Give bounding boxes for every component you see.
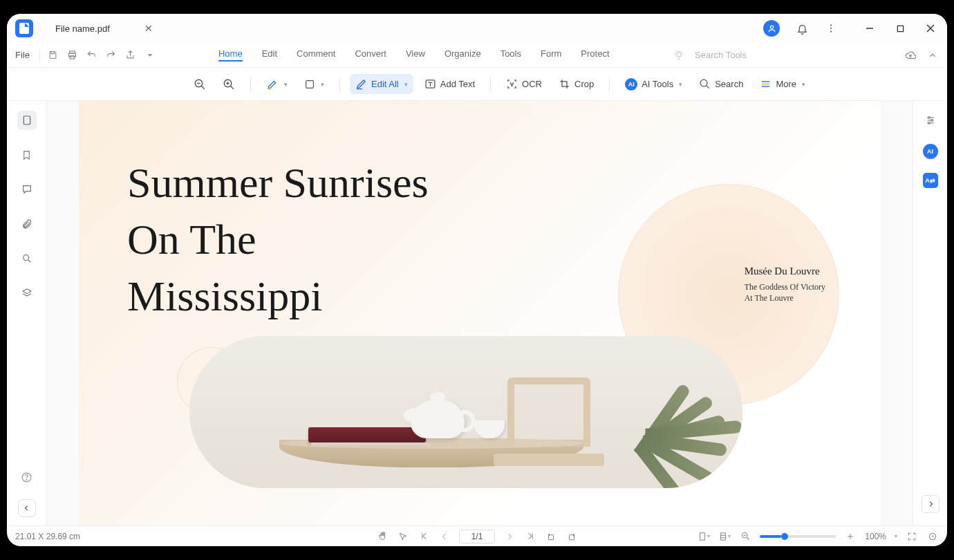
- notifications-bell-icon[interactable]: [795, 21, 809, 35]
- page-layout-icon[interactable]: ▾: [718, 530, 731, 543]
- ai-panel-icon[interactable]: AI: [923, 144, 938, 159]
- thumbnails-panel-icon[interactable]: [17, 111, 37, 130]
- crop-button[interactable]: Crop: [553, 74, 599, 94]
- zoom-out-status-icon[interactable]: [739, 530, 751, 543]
- share-icon[interactable]: [124, 49, 137, 62]
- chevron-down-icon: ▾: [802, 81, 805, 88]
- statusbar: 21.01 X 29.69 cm ▾ ▾ 100% ▾: [7, 525, 947, 546]
- zoom-out-button[interactable]: [188, 74, 212, 95]
- tab-comment[interactable]: Comment: [297, 48, 335, 62]
- window-minimize-button[interactable]: [861, 20, 878, 37]
- ai-badge-icon: AI: [625, 78, 637, 91]
- page-number-input[interactable]: [459, 530, 495, 543]
- translate-panel-icon[interactable]: A⇄: [923, 173, 938, 188]
- right-rail-collapse-button[interactable]: [922, 495, 939, 513]
- tab-convert[interactable]: Convert: [355, 48, 386, 62]
- svg-point-37: [928, 122, 930, 124]
- side-body-2: At The Louvre: [745, 293, 794, 303]
- window-maximize-button[interactable]: [892, 20, 908, 37]
- titlebar: File name.pdf ✕: [7, 14, 947, 43]
- svg-point-35: [928, 117, 930, 119]
- search-label: Search: [715, 79, 743, 89]
- ai-tools-label: AI Tools: [642, 79, 673, 89]
- tab-tools[interactable]: Tools: [501, 48, 521, 62]
- more-label: More: [776, 79, 796, 89]
- rotate-left-icon[interactable]: [545, 530, 557, 543]
- rotate-right-icon[interactable]: [565, 530, 578, 543]
- tab-organize[interactable]: Organize: [445, 48, 481, 62]
- page-fit-icon[interactable]: ▾: [698, 530, 710, 543]
- shape-button[interactable]: ▾: [299, 75, 330, 94]
- zoom-in-button[interactable]: [217, 74, 241, 95]
- next-page-icon[interactable]: [503, 530, 516, 543]
- search-panel-icon[interactable]: [17, 249, 37, 268]
- quickaccess-dropdown-icon[interactable]: [144, 49, 156, 62]
- save-icon[interactable]: [47, 49, 59, 62]
- undo-icon[interactable]: [86, 49, 98, 62]
- document-canvas[interactable]: Summer Sunrises On The Mississippi Musée…: [47, 101, 913, 525]
- kebab-menu-icon[interactable]: [824, 21, 838, 35]
- ai-tools-button[interactable]: AI AI Tools ▾: [619, 74, 688, 95]
- first-page-icon[interactable]: [418, 530, 430, 543]
- add-text-label: Add Text: [440, 79, 475, 89]
- tab-form[interactable]: Form: [541, 48, 561, 62]
- bookmarks-panel-icon[interactable]: [17, 145, 37, 165]
- menu-tabs: Home Edit Comment Convert View Organize …: [218, 48, 610, 62]
- comments-panel-icon[interactable]: [17, 180, 37, 199]
- right-rail: AI A⇄: [913, 101, 947, 525]
- edit-all-button[interactable]: Edit All ▾: [350, 74, 413, 94]
- svg-point-11: [677, 52, 682, 57]
- separator: [609, 77, 610, 92]
- chevron-down-icon: ▾: [679, 81, 682, 88]
- print-icon[interactable]: [66, 49, 79, 62]
- edit-all-label: Edit All: [371, 79, 399, 89]
- svg-point-1: [830, 24, 832, 26]
- more-button[interactable]: More ▾: [754, 74, 811, 94]
- tab-protect[interactable]: Protect: [581, 48, 609, 62]
- highlighter-button[interactable]: ▾: [261, 74, 293, 95]
- layers-panel-icon[interactable]: [17, 283, 37, 303]
- select-tool-icon[interactable]: [397, 530, 409, 543]
- zoom-dropdown-icon[interactable]: ▾: [895, 533, 897, 539]
- attachments-panel-icon[interactable]: [17, 214, 37, 234]
- cloud-upload-icon[interactable]: [904, 49, 917, 62]
- read-mode-icon[interactable]: [926, 530, 939, 543]
- properties-panel-icon[interactable]: [921, 111, 940, 130]
- document-tab[interactable]: File name.pdf ✕: [47, 19, 161, 38]
- lightbulb-icon[interactable]: [673, 49, 685, 62]
- zoom-slider[interactable]: [760, 535, 836, 538]
- tab-home[interactable]: Home: [218, 48, 243, 62]
- prev-page-icon[interactable]: [438, 530, 451, 543]
- svg-point-2: [830, 28, 832, 29]
- last-page-icon[interactable]: [524, 530, 536, 543]
- chevron-down-icon: ▾: [404, 81, 408, 88]
- svg-point-31: [26, 479, 27, 480]
- user-avatar-icon[interactable]: [763, 20, 780, 37]
- left-rail-collapse-button[interactable]: [18, 499, 36, 517]
- window-close-button[interactable]: [922, 20, 939, 37]
- chevron-down-icon: ▾: [284, 81, 288, 88]
- collapse-ribbon-icon[interactable]: [926, 49, 939, 62]
- side-caption: Musée Du Louvre The Goddess Of Victory A…: [745, 265, 825, 304]
- left-rail: [7, 101, 47, 525]
- svg-rect-27: [24, 116, 30, 124]
- crop-label: Crop: [574, 79, 594, 89]
- add-text-button[interactable]: Add Text: [419, 74, 480, 94]
- fullscreen-icon[interactable]: [906, 530, 918, 543]
- ocr-label: OCR: [522, 79, 542, 89]
- search-tools-input[interactable]: Search Tools: [695, 50, 747, 60]
- svg-line-13: [201, 86, 205, 89]
- help-icon[interactable]: [17, 467, 37, 487]
- ocr-button[interactable]: OCR: [501, 74, 548, 94]
- zoom-in-status-icon[interactable]: [844, 530, 857, 543]
- search-button[interactable]: Search: [693, 74, 749, 94]
- chevron-down-icon: ▾: [321, 81, 324, 88]
- tab-close-icon[interactable]: ✕: [144, 23, 153, 34]
- redo-icon[interactable]: [105, 49, 118, 62]
- separator: [39, 49, 40, 62]
- file-menu[interactable]: File: [15, 50, 30, 60]
- svg-line-45: [747, 537, 749, 539]
- hand-tool-icon[interactable]: [376, 530, 389, 543]
- tab-edit[interactable]: Edit: [262, 48, 277, 62]
- tab-view[interactable]: View: [406, 48, 425, 62]
